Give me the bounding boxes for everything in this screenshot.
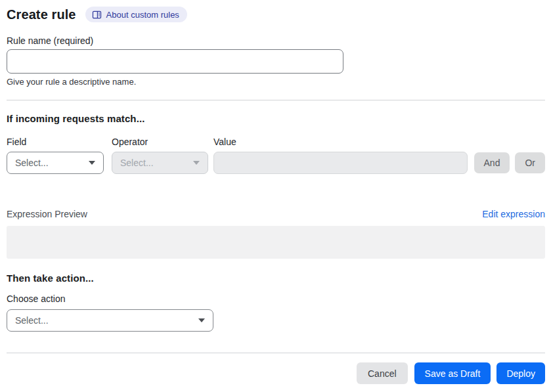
operator-select-value: Select...: [120, 158, 154, 168]
expression-preview-header: Expression Preview Edit expression: [7, 208, 545, 219]
field-label: Field: [7, 137, 104, 147]
section-divider: [7, 100, 545, 100]
expression-preview-box: [7, 226, 545, 259]
value-column: Value: [213, 137, 468, 174]
page-title: Create rule: [7, 7, 76, 22]
action-section-heading: Then take action...: [7, 272, 545, 284]
operator-select[interactable]: Select...: [112, 152, 208, 174]
value-input[interactable]: [213, 152, 468, 174]
rule-name-helper-text: Give your rule a descriptive name.: [7, 77, 545, 87]
rule-name-input[interactable]: [7, 49, 343, 74]
chevron-down-icon: [89, 161, 95, 165]
and-button[interactable]: And: [474, 152, 510, 173]
edit-expression-link[interactable]: Edit expression: [482, 209, 545, 219]
field-select-value: Select...: [15, 158, 49, 168]
operator-label: Operator: [112, 137, 208, 147]
choose-action-label: Choose action: [7, 294, 545, 304]
match-section-heading: If incoming requests match...: [7, 113, 545, 125]
save-as-draft-button[interactable]: Save as Draft: [414, 362, 491, 384]
condition-row: Field Select... Operator Select... Value…: [7, 137, 545, 174]
cancel-button[interactable]: Cancel: [357, 362, 408, 384]
or-button[interactable]: Or: [515, 152, 545, 173]
about-custom-rules-badge[interactable]: About custom rules: [85, 7, 187, 22]
footer-divider: [7, 353, 545, 353]
choose-action-select[interactable]: Select...: [7, 309, 213, 332]
footer-actions: Cancel Save as Draft Deploy: [7, 362, 545, 384]
choose-action-select-value: Select...: [15, 315, 49, 326]
field-column: Field Select...: [7, 137, 104, 174]
book-icon: [92, 11, 102, 19]
deploy-button[interactable]: Deploy: [496, 362, 545, 384]
field-select[interactable]: Select...: [7, 152, 104, 174]
chevron-down-icon: [193, 161, 200, 165]
value-label: Value: [213, 137, 468, 147]
about-badge-label: About custom rules: [106, 10, 179, 20]
rule-name-label: Rule name (required): [7, 35, 545, 46]
expression-preview-label: Expression Preview: [7, 209, 87, 219]
create-rule-page: Create rule About custom rules Rule name…: [0, 0, 551, 392]
operator-column: Operator Select...: [112, 137, 208, 174]
page-header: Create rule About custom rules: [7, 7, 545, 22]
chevron-down-icon: [198, 318, 205, 322]
